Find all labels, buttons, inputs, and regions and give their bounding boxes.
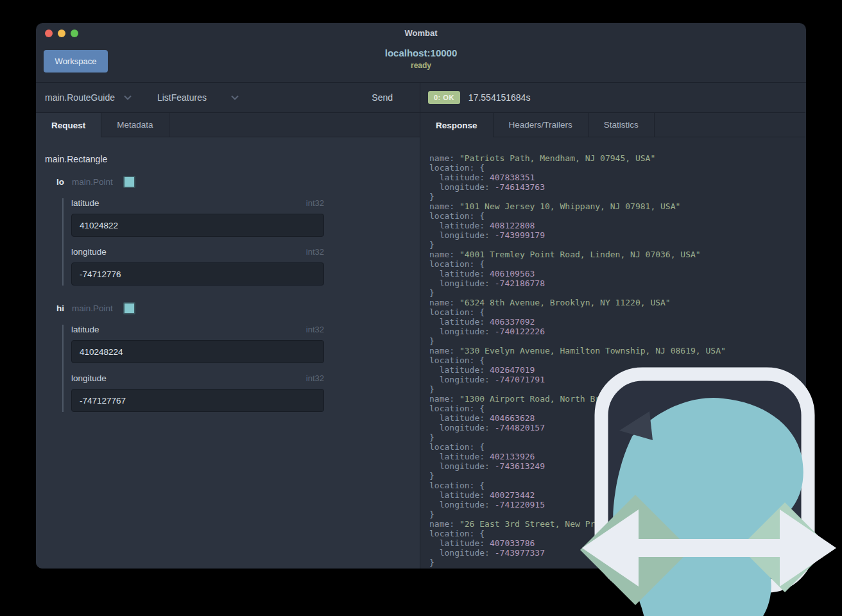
- field-group-body: latitude int32 longitude int32: [62, 325, 324, 412]
- minimize-button[interactable]: [58, 30, 65, 37]
- service-selector[interactable]: main.RouteGuide: [45, 92, 132, 103]
- tab-metadata[interactable]: Metadata: [101, 113, 169, 137]
- header: Workspace localhost:10000 ready: [36, 42, 806, 82]
- app-window: Wombat Workspace localhost:10000 ready m…: [36, 23, 806, 569]
- send-button[interactable]: Send: [368, 92, 397, 103]
- field-type: int32: [306, 325, 324, 334]
- field-type: int32: [306, 198, 324, 208]
- tab-statistics[interactable]: Statistics: [589, 113, 655, 137]
- tab-response[interactable]: Response: [420, 113, 494, 137]
- tab-request[interactable]: Request: [36, 113, 101, 137]
- latitude-input[interactable]: [71, 340, 324, 363]
- field-group-body: latitude int32 longitude int32: [62, 198, 324, 286]
- response-tabs: Response Headers/Trailers Statistics: [420, 113, 805, 137]
- message-type-label: main.Rectangle: [45, 154, 412, 164]
- field-label-row: latitude int32: [71, 198, 324, 208]
- zoom-button[interactable]: [71, 30, 78, 37]
- main-split: main.RouteGuide ListFeatures Send Reques…: [36, 82, 806, 569]
- chevron-down-icon: [231, 95, 239, 100]
- response-output[interactable]: name: "Patriots Path, Mendham, NJ 07945,…: [420, 137, 805, 569]
- traffic-lights: [45, 30, 78, 37]
- longitude-input[interactable]: [71, 262, 324, 286]
- response-toolbar: 0: OK 17.554151684s: [420, 83, 805, 113]
- connection-status: localhost:10000 ready: [36, 47, 806, 71]
- field-label: latitude: [71, 325, 99, 334]
- duration-label: 17.554151684s: [468, 92, 531, 103]
- server-address: localhost:10000: [36, 47, 806, 60]
- field-label-row: latitude int32: [71, 325, 324, 334]
- longitude-input[interactable]: [71, 389, 324, 412]
- field-label: longitude: [71, 247, 107, 257]
- tab-headers-trailers[interactable]: Headers/Trailers: [494, 113, 589, 137]
- field-group-hi: hi main.Point: [56, 302, 412, 314]
- window-title: Wombat: [404, 28, 437, 38]
- field-group-type: main.Point: [72, 177, 113, 187]
- field-enabled-checkbox[interactable]: [123, 302, 135, 314]
- field-group-type: main.Point: [72, 304, 113, 313]
- field-group-name: lo: [56, 177, 64, 187]
- field-label: longitude: [71, 373, 107, 383]
- field-type: int32: [306, 373, 324, 383]
- chevron-down-icon: [124, 95, 132, 100]
- field-type: int32: [306, 247, 324, 257]
- service-selector-label: main.RouteGuide: [45, 92, 115, 103]
- request-form: main.Rectangle lo main.Point latitude in…: [36, 137, 420, 569]
- field-enabled-checkbox[interactable]: [123, 176, 135, 188]
- connection-state: ready: [36, 61, 806, 71]
- request-tabs: Request Metadata: [36, 113, 420, 137]
- latitude-input[interactable]: [71, 214, 324, 237]
- close-button[interactable]: [45, 30, 53, 37]
- request-panel: main.RouteGuide ListFeatures Send Reques…: [36, 83, 420, 569]
- method-selector[interactable]: ListFeatures: [157, 92, 239, 103]
- field-group-lo: lo main.Point: [56, 176, 412, 188]
- field-label-row: longitude int32: [71, 373, 324, 383]
- method-selector-label: ListFeatures: [157, 92, 207, 103]
- titlebar: Wombat: [36, 23, 806, 42]
- field-group-name: hi: [56, 304, 64, 313]
- field-label: latitude: [71, 198, 99, 208]
- status-badge: 0: OK: [428, 91, 460, 104]
- field-label-row: longitude int32: [71, 247, 324, 257]
- response-output-text: name: "Patriots Path, Mendham, NJ 07945,…: [420, 137, 805, 567]
- request-toolbar: main.RouteGuide ListFeatures Send: [36, 83, 420, 113]
- response-panel: 0: OK 17.554151684s Response Headers/Tra…: [420, 83, 805, 569]
